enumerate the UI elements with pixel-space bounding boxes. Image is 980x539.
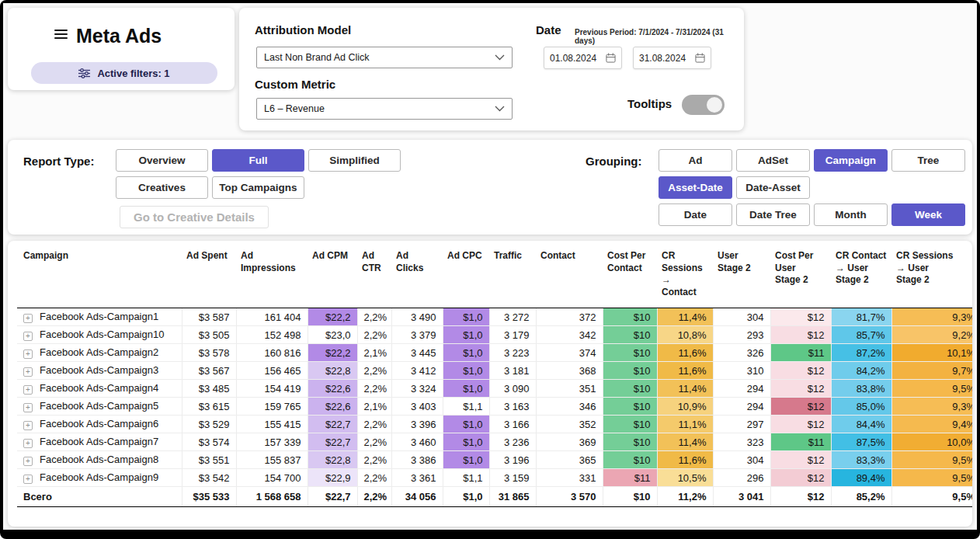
menu-icon[interactable] <box>54 30 68 41</box>
cell-cr-sessions-user-stage-2: 9,4% <box>891 416 972 433</box>
cell-cost-per-user-stage-2: $11 <box>770 433 831 451</box>
grouping-button-adset[interactable]: AdSet <box>736 149 810 172</box>
custom-metric-label: Custom Metric <box>255 78 335 91</box>
cell-ad-spent: $3 574 <box>182 433 236 451</box>
report-type-button-overview[interactable]: Overview <box>116 149 208 172</box>
campaign-table-card: CampaignAd SpentAd ImpressionsAd CPMAd C… <box>8 241 972 527</box>
cell-ad-clicks: 3 386 <box>391 451 443 469</box>
cell-ad-ctr: 2,2% <box>357 326 391 344</box>
report-type-button-simplified[interactable]: Simplified <box>308 149 401 172</box>
report-type-label: Report Type: <box>23 155 94 168</box>
grouping-button-tree[interactable]: Tree <box>891 149 965 172</box>
column-header-campaign[interactable]: Campaign <box>17 245 182 308</box>
total-cell-ad-spent: $35 533 <box>182 487 236 507</box>
expand-row-icon[interactable]: + <box>23 421 33 430</box>
cell-traffic: 3 236 <box>489 433 536 451</box>
report-type-button-creatives[interactable]: Creatives <box>116 176 208 199</box>
cell-ad-cpm: $23,0 <box>308 326 357 344</box>
cell-cost-per-contact: $10 <box>603 362 657 380</box>
column-header-ad-cpm[interactable]: Ad CPM <box>308 245 357 308</box>
custom-metric-dropdown[interactable]: L6 – Revenue <box>256 98 513 120</box>
cell-ad-ctr: 2,1% <box>357 398 391 416</box>
cell-traffic: 3 196 <box>489 451 536 469</box>
cell-traffic: 3 179 <box>489 326 536 344</box>
calendar-icon <box>695 53 705 63</box>
grouping-button-month[interactable]: Month <box>814 203 888 226</box>
cell-cr-sessions-user-stage-2: 9,2% <box>891 326 972 344</box>
grouping-button-date-asset[interactable]: Date-Asset <box>736 176 810 199</box>
column-header-ad-ctr[interactable]: Ad CTR <box>357 245 391 308</box>
column-header-cr-sessions-user-stage-2[interactable]: CR Sessions → User Stage 2 <box>891 245 972 308</box>
column-header-cr-sessions-contact[interactable]: CR Sessions → Contact <box>657 245 713 308</box>
expand-row-icon[interactable]: + <box>23 385 33 395</box>
column-header-ad-cpc[interactable]: Ad CPC <box>443 245 489 308</box>
grouping-button-asset-date[interactable]: Asset-Date <box>659 176 732 199</box>
cell-campaign: +Facebook Ads-Campaign10 <box>17 326 182 344</box>
cell-ad-cpc: $1,1 <box>443 398 489 416</box>
expand-row-icon[interactable]: + <box>23 457 33 466</box>
cell-campaign: +Facebook Ads-Campaign8 <box>17 451 182 469</box>
expand-row-icon[interactable]: + <box>23 314 33 323</box>
cell-ad-spent: $3 529 <box>182 416 236 433</box>
active-filters-button[interactable]: Active filters: 1 <box>31 62 217 84</box>
column-header-cr-contact-user-stage-2[interactable]: CR Contact → User Stage 2 <box>831 245 891 308</box>
total-cell-cost-per-contact: $10 <box>603 487 657 507</box>
cell-ad-spent: $3 551 <box>182 451 236 469</box>
cell-campaign: +Facebook Ads-Campaign7 <box>17 433 182 451</box>
toggle-knob <box>707 97 722 113</box>
cell-campaign: +Facebook Ads-Campaign1 <box>17 308 182 326</box>
grouping-button-ad[interactable]: Ad <box>659 149 732 172</box>
cell-contact: 346 <box>536 398 603 416</box>
cell-ad-cpm: $22,2 <box>308 308 357 326</box>
cell-ad-impressions: 154 419 <box>236 380 308 398</box>
cell-ad-ctr: 2,2% <box>357 416 391 433</box>
expand-row-icon[interactable]: + <box>23 403 33 412</box>
column-header-traffic[interactable]: Traffic <box>489 245 536 308</box>
total-cell-ad-impressions: 1 568 658 <box>236 487 308 507</box>
grouping-button-campaign[interactable]: Campaign <box>814 149 888 172</box>
custom-metric-value: L6 – Revenue <box>264 103 325 114</box>
expand-row-icon[interactable]: + <box>23 367 33 377</box>
cell-campaign: +Facebook Ads-Campaign6 <box>17 416 182 433</box>
attribution-model-label: Attribution Model <box>255 23 351 37</box>
grouping-button-week[interactable]: Week <box>891 203 965 226</box>
date-start-input[interactable]: 01.08.2024 <box>544 47 622 69</box>
column-header-contact[interactable]: Contact <box>536 245 603 308</box>
tooltips-toggle[interactable] <box>682 95 725 115</box>
date-end-input[interactable]: 31.08.2024 <box>633 47 711 69</box>
cell-cr-sessions-contact: 11,6% <box>657 344 713 362</box>
expand-row-icon[interactable]: + <box>23 439 33 448</box>
cell-ad-ctr: 2,2% <box>357 362 391 380</box>
table-row: +Facebook Ads-Campaign9$3 542154 700$22,… <box>17 469 972 487</box>
cell-user-stage-2: 293 <box>713 326 770 344</box>
page-title: Meta Ads <box>76 25 162 47</box>
column-header-cost-per-user-stage-2[interactable]: Cost Per User Stage 2 <box>770 245 831 308</box>
grouping-button-date-tree[interactable]: Date Tree <box>736 203 810 226</box>
column-header-ad-spent[interactable]: Ad Spent <box>182 245 236 308</box>
grouping-button-date[interactable]: Date <box>659 203 732 226</box>
cell-cost-per-user-stage-2: $12 <box>770 380 831 398</box>
expand-row-icon[interactable]: + <box>23 349 33 359</box>
report-type-button-top-campaigns[interactable]: Top Campaigns <box>212 176 304 199</box>
attribution-model-dropdown[interactable]: Last Non Brand Ad Click <box>256 47 513 68</box>
cell-ad-cpc: $1,0 <box>443 380 489 398</box>
cell-cr-contact-user-stage-2: 89,4% <box>831 469 891 487</box>
column-header-cost-per-contact[interactable]: Cost Per Contact <box>603 245 657 308</box>
column-header-ad-clicks[interactable]: Ad Clicks <box>391 245 443 308</box>
expand-row-icon[interactable]: + <box>23 475 33 484</box>
column-header-ad-impressions[interactable]: Ad Impressions <box>236 245 308 308</box>
expand-row-icon[interactable]: + <box>23 332 33 341</box>
total-cell-cr-sessions-contact: 11,2% <box>657 487 713 507</box>
campaign-name: Facebook Ads-Campaign10 <box>40 329 164 340</box>
go-to-creative-details-button[interactable]: Go to Creative Details <box>120 206 269 228</box>
cell-cr-contact-user-stage-2: 81,7% <box>831 308 891 326</box>
report-type-button-full[interactable]: Full <box>212 149 304 172</box>
cell-user-stage-2: 296 <box>713 469 770 487</box>
cell-ad-spent: $3 485 <box>182 380 236 398</box>
total-cell-traffic: 31 865 <box>489 487 536 507</box>
cell-cr-contact-user-stage-2: 84,2% <box>831 362 891 380</box>
total-label: Всего <box>17 487 182 507</box>
column-header-user-stage-2[interactable]: User Stage 2 <box>713 245 770 308</box>
cell-ad-impressions: 152 498 <box>236 326 308 344</box>
cell-cost-per-user-stage-2: $12 <box>770 308 831 326</box>
